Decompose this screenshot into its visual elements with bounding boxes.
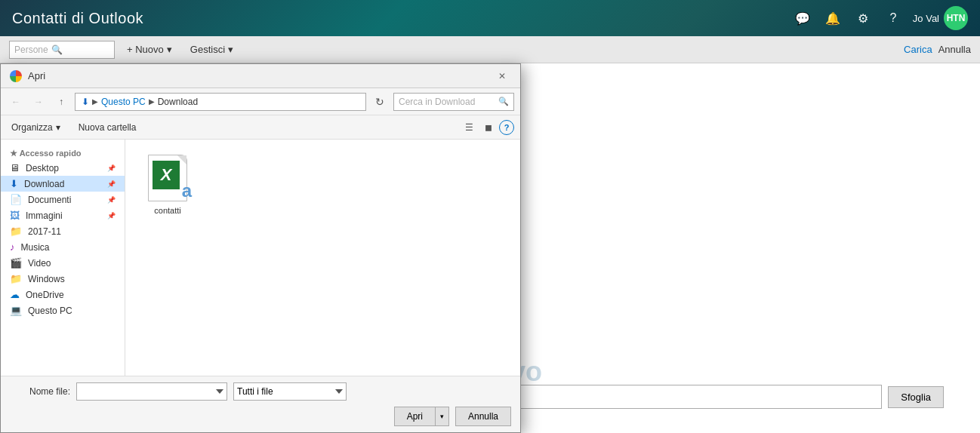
download-pin: 📌 <box>107 180 116 188</box>
second-bar: Persone 🔍 + Nuovo ▾ Gestisci ▾ Carica An… <box>0 36 980 63</box>
nuova-cartella-button[interactable]: Nuova cartella <box>74 121 141 134</box>
search-icon: 🔍 <box>51 45 63 55</box>
address-bar: ← → ↑ ⬇ ▶ Questo PC ▶ Download ↻ Cerca i… <box>1 88 520 115</box>
download-icon: ⬇ <box>10 178 18 189</box>
file-item-contatti[interactable]: X a contatti <box>137 152 198 218</box>
file-area: X a contatti <box>125 140 520 376</box>
forward-button[interactable]: → <box>29 93 48 111</box>
music-icon: ♪ <box>10 241 15 253</box>
gestisci-button[interactable]: Gestisci ▾ <box>184 41 239 58</box>
dialog-titlebar: Apri ✕ <box>1 64 520 88</box>
avatar: HTN <box>944 6 968 30</box>
documenti-icon: 📄 <box>10 194 22 205</box>
help-button[interactable]: ? <box>499 120 514 135</box>
search-addr-placeholder: Cerca in Download <box>399 97 475 107</box>
search-addr-icon: 🔍 <box>498 97 509 106</box>
filename-label: Nome file: <box>10 386 70 397</box>
addr-separator-1: ▶ <box>92 97 98 106</box>
user-menu[interactable]: Jo Val HTN <box>913 6 968 30</box>
addr-separator-2: ▶ <box>149 97 155 106</box>
left-nav-panel: ★ Accesso rapido 🖥 Desktop 📌 ⬇ Download … <box>1 140 125 376</box>
video-icon: 🎬 <box>10 257 22 269</box>
search-addr[interactable]: Cerca in Download 🔍 <box>393 93 514 111</box>
view-grid-button[interactable]: ◼ <box>479 118 498 137</box>
windows-folder-icon: 📁 <box>10 273 22 284</box>
annulla-top-button[interactable]: Annulla <box>938 44 971 55</box>
immagini-icon: 🖼 <box>10 210 20 221</box>
dialog-title: Apri <box>28 70 487 81</box>
help-icon[interactable]: ? <box>883 8 904 29</box>
annulla-dialog-button[interactable]: Annulla <box>455 407 511 426</box>
documenti-pin: 📌 <box>107 196 116 204</box>
people-search[interactable]: Persone 🔍 <box>9 41 115 59</box>
search-placeholder: Persone <box>14 45 48 55</box>
nav-item-download[interactable]: ⬇ Download 📌 <box>1 176 125 192</box>
nav-item-onedrive[interactable]: ☁ OneDrive <box>1 287 125 302</box>
chat-icon[interactable]: 💬 <box>792 8 813 29</box>
nav-item-questo-pc[interactable]: 💻 Questo PC <box>1 302 125 318</box>
addr-download[interactable]: Download <box>158 97 198 107</box>
carica-button[interactable]: Carica <box>904 44 932 55</box>
gear-icon[interactable]: ⚙ <box>852 8 874 29</box>
desktop-pin: 📌 <box>107 164 116 172</box>
organizza-button[interactable]: Organizza ▾ <box>7 121 65 134</box>
user-name: Jo Val <box>913 13 939 24</box>
top-bar-icons: 💬 🔔 ⚙ ? Jo Val HTN <box>792 6 968 30</box>
nav-section-quick-access: ★ Accesso rapido <box>1 146 125 160</box>
refresh-button[interactable]: ↻ <box>371 93 389 111</box>
addr-download-icon: ⬇ <box>82 97 89 107</box>
apri-button[interactable]: Apri ▾ <box>394 407 449 426</box>
desktop-icon: 🖥 <box>10 162 20 174</box>
chrome-icon <box>10 70 22 82</box>
immagini-pin: 📌 <box>107 212 116 220</box>
file-open-dialog: Apri ✕ ← → ↑ ⬇ ▶ Questo PC ▶ Download ↻ … <box>0 63 521 433</box>
apri-main-label[interactable]: Apri <box>395 407 436 425</box>
addr-questo-pc[interactable]: Questo PC <box>101 97 146 107</box>
dialog-body: ★ Accesso rapido 🖥 Desktop 📌 ⬇ Download … <box>1 140 520 376</box>
filename-dropdown[interactable] <box>76 382 227 401</box>
nav-item-musica[interactable]: ♪ Musica <box>1 239 125 255</box>
toolbar-row: Organizza ▾ Nuova cartella ☰ ◼ ? <box>1 115 520 140</box>
pc-icon: 💻 <box>10 305 22 316</box>
back-button[interactable]: ← <box>7 93 25 111</box>
action-row: Apri ▾ Annulla <box>10 407 511 426</box>
nav-item-documenti[interactable]: 📄 Documenti 📌 <box>1 192 125 207</box>
filename-row: Nome file: Tutti i file <box>10 382 511 401</box>
file-a-letter: a <box>182 180 192 201</box>
sfoglia-button[interactable]: Sfoglia <box>888 386 944 408</box>
main-area: Importa contatti da Outlook 2010, 2013 o… <box>0 63 980 433</box>
nav-item-windows[interactable]: 📁 Windows <box>1 271 125 287</box>
file-icon-contatti: X a <box>143 155 192 203</box>
filetype-select[interactable]: Tutti i file <box>233 382 347 401</box>
view-icons: ☰ ◼ ? <box>460 118 514 137</box>
apri-arrow-icon[interactable]: ▾ <box>436 407 448 425</box>
folder-2017-icon: 📁 <box>10 226 22 237</box>
organizza-arrow: ▾ <box>56 122 60 133</box>
excel-icon-bg: X <box>153 161 180 189</box>
nav-item-video[interactable]: 🎬 Video <box>1 255 125 271</box>
close-button[interactable]: ✕ <box>493 67 511 85</box>
view-list-button[interactable]: ☰ <box>460 118 478 137</box>
nav-item-immagini[interactable]: 🖼 Immagini 📌 <box>1 207 125 223</box>
nuovo-button[interactable]: + Nuovo ▾ <box>121 41 178 58</box>
chevron-down-icon: ▾ <box>167 44 172 55</box>
nav-item-2017[interactable]: 📁 2017-11 <box>1 223 125 239</box>
bell-icon[interactable]: 🔔 <box>822 8 843 29</box>
excel-x-letter: X <box>161 165 172 185</box>
nav-item-desktop[interactable]: 🖥 Desktop 📌 <box>1 160 125 176</box>
up-button[interactable]: ↑ <box>52 93 70 111</box>
top-bar: Contatti di Outlook 💬 🔔 ⚙ ? Jo Val HTN <box>0 0 980 36</box>
address-path[interactable]: ⬇ ▶ Questo PC ▶ Download <box>75 93 366 111</box>
app-title: Contatti di Outlook <box>12 10 143 27</box>
right-actions: Carica Annulla <box>904 44 971 55</box>
onedrive-icon: ☁ <box>10 289 20 300</box>
file-name-label: contatti <box>154 206 180 215</box>
dialog-bottom: Nome file: Tutti i file Apri ▾ Annulla <box>1 376 520 432</box>
chevron-down-icon-2: ▾ <box>228 44 233 55</box>
